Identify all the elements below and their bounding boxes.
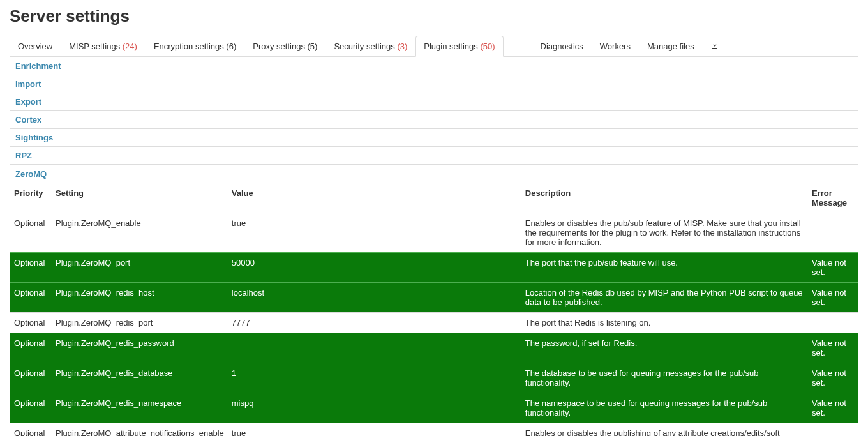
cell-priority: Optional (10, 363, 52, 393)
col-error: Error Message (808, 183, 858, 213)
cell-value[interactable]: 1 (228, 363, 521, 393)
cell-error: Value not set. (808, 393, 858, 423)
cell-priority: Optional (10, 213, 52, 253)
table-row: OptionalPlugin.ZeroMQ_enabletrueEnables … (10, 213, 858, 253)
cell-priority: Optional (10, 313, 52, 333)
cell-setting: Plugin.ZeroMQ_redis_namespace (52, 393, 228, 423)
tab-count: (6) (226, 41, 236, 51)
cell-priority: Optional (10, 423, 52, 437)
section-sightings[interactable]: Sightings (10, 129, 858, 147)
tabs-nav: Overview MISP settings (24)Encryption se… (10, 36, 858, 57)
col-setting: Setting (52, 183, 228, 213)
cell-error (808, 423, 858, 437)
cell-error: Value not set. (808, 363, 858, 393)
tab-manage-files[interactable]: Manage files (639, 36, 703, 57)
cell-error (808, 213, 858, 253)
col-description: Description (521, 183, 808, 213)
cell-error: Value not set. (808, 283, 858, 313)
cell-description: The namespace to be used for queuing mes… (521, 393, 808, 423)
cell-error: Value not set. (808, 253, 858, 283)
section-cortex[interactable]: Cortex (10, 111, 858, 129)
cell-priority: Optional (10, 333, 52, 363)
cell-setting: Plugin.ZeroMQ_port (52, 253, 228, 283)
cell-value[interactable]: true (228, 213, 521, 253)
settings-table: Priority Setting Value Description Error… (10, 183, 858, 436)
cell-description: The database to be used for queuing mess… (521, 363, 808, 393)
cell-value[interactable] (228, 333, 521, 363)
cell-description: Enables or disables the publishing of an… (521, 423, 808, 437)
tab-overview[interactable]: Overview (10, 36, 61, 57)
download-icon-glyph (711, 41, 719, 49)
cell-priority: Optional (10, 393, 52, 423)
tab-count: (3) (397, 41, 407, 51)
table-row: OptionalPlugin.ZeroMQ_redis_port7777The … (10, 313, 858, 333)
cell-setting: Plugin.ZeroMQ_enable (52, 213, 228, 253)
section-import[interactable]: Import (10, 75, 858, 93)
cell-setting: Plugin.ZeroMQ_redis_port (52, 313, 228, 333)
cell-value[interactable]: mispq (228, 393, 521, 423)
cell-priority: Optional (10, 283, 52, 313)
tab-proxy-settings[interactable]: Proxy settings (5) (244, 36, 326, 57)
tab-count: (24) (123, 41, 137, 51)
table-row: OptionalPlugin.ZeroMQ_port50000The port … (10, 253, 858, 283)
table-row: OptionalPlugin.ZeroMQ_redis_database1The… (10, 363, 858, 393)
cell-setting: Plugin.ZeroMQ_attribute_notifications_en… (52, 423, 228, 437)
tab-encryption-settings[interactable]: Encryption settings (6) (146, 36, 244, 57)
cell-description: Location of the Redis db used by MISP an… (521, 283, 808, 313)
table-row: OptionalPlugin.ZeroMQ_attribute_notifica… (10, 423, 858, 437)
page-title: Server settings (10, 6, 858, 26)
col-value: Value (228, 183, 521, 213)
table-row: OptionalPlugin.ZeroMQ_redis_namespacemis… (10, 393, 858, 423)
cell-value[interactable]: true (228, 423, 521, 437)
cell-setting: Plugin.ZeroMQ_redis_database (52, 363, 228, 393)
cell-setting: Plugin.ZeroMQ_redis_host (52, 283, 228, 313)
section-enrichment[interactable]: Enrichment (10, 57, 858, 75)
tab-plugin-settings[interactable]: Plugin settings (50) (415, 36, 503, 57)
section-rpz[interactable]: RPZ (10, 147, 858, 165)
section-zeromq[interactable]: ZeroMQ (10, 165, 858, 183)
cell-priority: Optional (10, 253, 52, 283)
section-export[interactable]: Export (10, 93, 858, 111)
tab-diagnostics[interactable]: Diagnostics (532, 36, 592, 57)
cell-error (808, 313, 858, 333)
col-priority: Priority (10, 183, 52, 213)
cell-error: Value not set. (808, 333, 858, 363)
cell-value[interactable]: 50000 (228, 253, 521, 283)
cell-description: The port that Redis is listening on. (521, 313, 808, 333)
cell-description: Enables or disables the pub/sub feature … (521, 213, 808, 253)
cell-value[interactable]: 7777 (228, 313, 521, 333)
download-icon[interactable] (703, 36, 727, 57)
cell-value[interactable]: localhost (228, 283, 521, 313)
tab-misp-settings[interactable]: MISP settings (24) (61, 36, 146, 57)
table-row: OptionalPlugin.ZeroMQ_redis_hostlocalhos… (10, 283, 858, 313)
cell-setting: Plugin.ZeroMQ_redis_password (52, 333, 228, 363)
content-box: EnrichmentImportExportCortexSightingsRPZ… (10, 57, 858, 436)
tab-security-settings[interactable]: Security settings (3) (326, 36, 415, 57)
tab-workers[interactable]: Workers (592, 36, 639, 57)
tab-count: (5) (308, 41, 318, 51)
cell-description: The port that the pub/sub feature will u… (521, 253, 808, 283)
table-row: OptionalPlugin.ZeroMQ_redis_passwordThe … (10, 333, 858, 363)
tab-count: (50) (480, 41, 495, 51)
cell-description: The password, if set for Redis. (521, 333, 808, 363)
